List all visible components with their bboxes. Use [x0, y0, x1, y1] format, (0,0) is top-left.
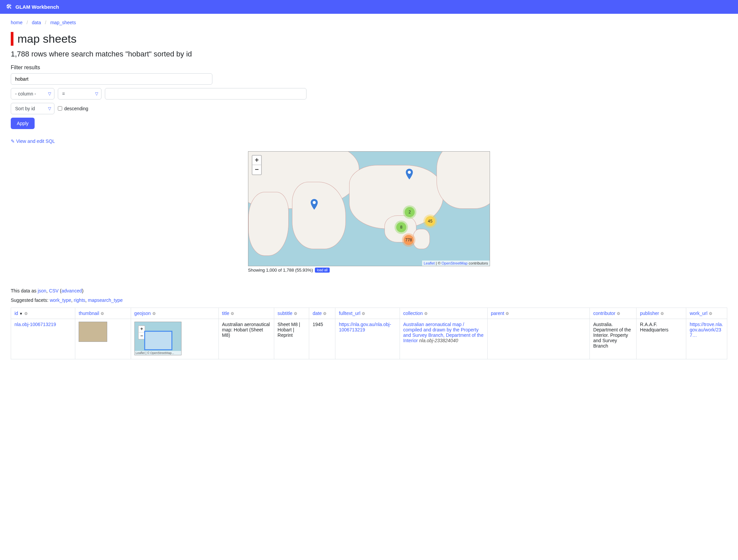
- sort-link-collection[interactable]: collection: [403, 311, 423, 316]
- export-json-link[interactable]: json: [38, 288, 46, 293]
- search-input[interactable]: [11, 73, 212, 85]
- sort-link-subtitle[interactable]: subtitle: [278, 311, 292, 316]
- cell-date: 1945: [309, 319, 335, 359]
- sort-link-title[interactable]: title: [222, 311, 230, 316]
- export-advanced-link[interactable]: advanced: [62, 288, 82, 293]
- table-row: nla.obj-1006713219+−Leaflet | © OpenStre…: [11, 319, 727, 359]
- column-header-title: title⚙: [218, 308, 274, 319]
- map-marker-icon[interactable]: [406, 168, 413, 180]
- filter-value-input[interactable]: [105, 88, 306, 99]
- cell-fulltext: https://nla.gov.au/nla.obj-1006713219: [335, 319, 400, 359]
- apply-button[interactable]: Apply: [11, 118, 35, 129]
- gear-icon[interactable]: ⚙: [660, 311, 664, 316]
- sort-link-id[interactable]: id: [14, 311, 18, 316]
- map-cluster[interactable]: 778: [404, 235, 414, 245]
- leaflet-link[interactable]: Leaflet: [424, 261, 435, 265]
- sort-link-date[interactable]: date: [313, 311, 322, 316]
- sort-link-thumbnail[interactable]: thumbnail: [79, 311, 99, 316]
- cell-parent: [487, 319, 589, 359]
- map-showing-text: Showing 1,000 of 1,788 (55.93%): [248, 268, 313, 273]
- cell-collection: Australian aeronautical map / compiled a…: [400, 319, 487, 359]
- sort-link-fulltext_url[interactable]: fulltext_url: [339, 311, 360, 316]
- column-header-thumbnail: thumbnail⚙: [75, 308, 131, 319]
- map-cluster[interactable]: 2: [405, 207, 415, 217]
- zoom-out-button[interactable]: −: [138, 332, 145, 339]
- facets-line: Suggested facets: work_type, rights, map…: [11, 297, 727, 303]
- zoom-out-button[interactable]: −: [252, 165, 261, 174]
- gear-icon[interactable]: ⚙: [231, 311, 234, 316]
- fulltext-url-link[interactable]: https://nla.gov.au/nla.obj-1006713219: [339, 322, 391, 332]
- view-edit-sql-link[interactable]: ✎ View and edit SQL: [11, 138, 55, 144]
- breadcrumb-sep: /: [45, 20, 46, 25]
- map-marker-icon[interactable]: [311, 199, 318, 210]
- sort-select[interactable]: Sort by id: [11, 103, 54, 114]
- gear-icon[interactable]: ⚙: [617, 311, 620, 316]
- zoom-in-button[interactable]: +: [138, 326, 145, 332]
- gear-icon[interactable]: ⚙: [152, 311, 156, 316]
- cell-title: Australian aeronautical map: Hobart (She…: [218, 319, 274, 359]
- descending-label[interactable]: descending: [58, 106, 88, 111]
- gear-icon[interactable]: ⚙: [362, 311, 365, 316]
- cell-thumbnail: [75, 319, 131, 359]
- leaflet-map[interactable]: + − 2845778 Leaflet | © OpenStreetMap co…: [248, 151, 490, 266]
- cell-subtitle: Sheet M8 | Hobart | Reprint: [274, 319, 309, 359]
- svg-point-0: [313, 201, 316, 204]
- column-header-date: date⚙: [309, 308, 335, 319]
- cell-geojson: +−Leaflet | © OpenStreetMap...: [131, 319, 218, 359]
- sort-link-contributor[interactable]: contributor: [593, 311, 615, 316]
- geojson-extent: [144, 331, 172, 350]
- row-id-link[interactable]: nla.obj-1006713219: [14, 322, 56, 327]
- column-header-subtitle: subtitle⚙: [274, 308, 309, 319]
- cell-contributor: Australia. Department of the Interior. P…: [590, 319, 637, 359]
- osm-link[interactable]: OpenStreetMap: [442, 261, 468, 265]
- breadcrumb-current[interactable]: map_sheets: [50, 20, 76, 25]
- map-zoom-control: + −: [252, 155, 262, 175]
- gear-icon[interactable]: ⚙: [505, 311, 509, 316]
- gear-icon[interactable]: ⚙: [424, 311, 428, 316]
- facet-link[interactable]: work_type: [50, 297, 71, 303]
- brand-link[interactable]: GLAM Workbench: [15, 4, 59, 10]
- zoom-in-button[interactable]: +: [252, 156, 261, 165]
- sort-link-work_url[interactable]: work_url: [690, 311, 707, 316]
- geojson-map[interactable]: +−Leaflet | © OpenStreetMap...: [134, 322, 181, 355]
- column-header-contributor: contributor⚙: [590, 308, 637, 319]
- column-select[interactable]: - column -: [11, 88, 54, 99]
- gear-icon[interactable]: ⚙: [709, 311, 712, 316]
- gear-icon[interactable]: ⚙: [24, 311, 28, 316]
- facet-link[interactable]: mapsearch_type: [88, 297, 123, 303]
- page-title: map sheets: [11, 32, 727, 46]
- export-csv-link[interactable]: CSV: [49, 288, 59, 293]
- map-cluster[interactable]: 45: [425, 216, 435, 226]
- gear-icon[interactable]: ⚙: [294, 311, 297, 316]
- thumbnail-image[interactable]: [79, 322, 107, 342]
- cell-id: nla.obj-1006713219: [11, 319, 75, 359]
- work-url-link[interactable]: https://trove.nla.gov.au/work/237…: [690, 322, 723, 338]
- sort-indicator-icon: ▼: [18, 312, 23, 316]
- mini-map-attribution: Leaflet | © OpenStreetMap...: [135, 351, 181, 355]
- cell-workurl: https://trove.nla.gov.au/work/237…: [686, 319, 727, 359]
- app-header: 🛠 GLAM Workbench: [0, 0, 738, 14]
- breadcrumb-data[interactable]: data: [32, 20, 41, 25]
- breadcrumb: home / data / map_sheets: [11, 14, 727, 30]
- operator-select[interactable]: =: [58, 88, 101, 99]
- results-summary: 1,788 rows where search matches "hobart"…: [11, 50, 727, 58]
- column-header-id: id ▼⚙: [11, 308, 75, 319]
- sort-link-geojson[interactable]: geojson: [134, 311, 151, 316]
- gear-icon[interactable]: ⚙: [323, 311, 327, 316]
- map-cluster[interactable]: 8: [396, 222, 406, 232]
- descending-checkbox[interactable]: [58, 106, 62, 111]
- column-header-publisher: publisher⚙: [637, 308, 686, 319]
- gear-icon[interactable]: ⚙: [100, 311, 104, 316]
- facet-link[interactable]: rights: [74, 297, 85, 303]
- svg-point-1: [408, 171, 411, 174]
- export-line: This data as json, CSV (advanced): [11, 288, 727, 293]
- sort-link-parent[interactable]: parent: [491, 311, 504, 316]
- column-header-work_url: work_url⚙: [686, 308, 727, 319]
- logo-icon: 🛠: [6, 3, 12, 10]
- column-header-parent: parent⚙: [487, 308, 589, 319]
- column-header-collection: collection⚙: [400, 308, 487, 319]
- sort-link-publisher[interactable]: publisher: [640, 311, 659, 316]
- load-all-button[interactable]: load all: [315, 268, 330, 273]
- breadcrumb-home[interactable]: home: [11, 20, 23, 25]
- results-table: id ▼⚙thumbnail⚙geojson⚙title⚙subtitle⚙da…: [11, 308, 727, 359]
